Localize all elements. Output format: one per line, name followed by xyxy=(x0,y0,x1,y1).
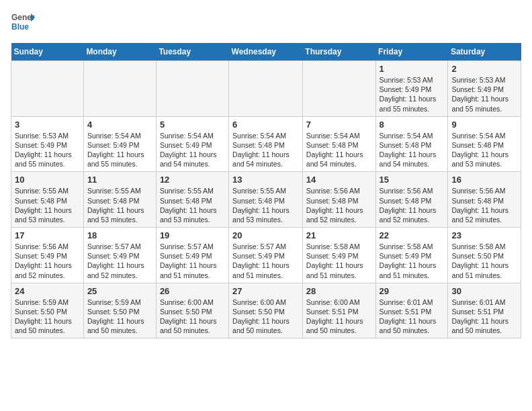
day-number: 22 xyxy=(380,230,445,240)
daylight-text: Daylight: 11 hours and 53 minutes. xyxy=(232,206,290,224)
daylight-text: Daylight: 11 hours and 50 minutes. xyxy=(160,317,217,334)
day-info: Sunrise: 5:59 AM Sunset: 5:50 PM Dayligh… xyxy=(87,298,152,336)
day-info: Sunrise: 5:54 AM Sunset: 5:48 PM Dayligh… xyxy=(451,131,517,169)
day-info: Sunrise: 5:57 AM Sunset: 5:49 PM Dayligh… xyxy=(87,242,152,280)
sunrise-text: Sunrise: 5:59 AM xyxy=(15,298,69,306)
calendar-cell: 16 Sunrise: 5:56 AM Sunset: 5:48 PM Dayl… xyxy=(448,172,521,228)
day-number: 30 xyxy=(451,286,517,296)
daylight-text: Daylight: 11 hours and 55 minutes. xyxy=(15,150,72,168)
daylight-text: Daylight: 11 hours and 54 minutes. xyxy=(232,150,290,168)
sunset-text: Sunset: 5:48 PM xyxy=(87,197,140,205)
sunrise-text: Sunrise: 5:55 AM xyxy=(87,187,141,195)
calendar-week-row: 1 Sunrise: 5:53 AM Sunset: 5:49 PM Dayli… xyxy=(11,61,521,117)
sunrise-text: Sunrise: 5:56 AM xyxy=(380,187,433,195)
daylight-text: Daylight: 11 hours and 51 minutes. xyxy=(306,261,363,279)
day-info: Sunrise: 5:58 AM Sunset: 5:50 PM Dayligh… xyxy=(451,242,517,280)
sunrise-text: Sunrise: 6:00 AM xyxy=(160,298,214,306)
sunset-text: Sunset: 5:48 PM xyxy=(380,141,432,149)
day-info: Sunrise: 6:01 AM Sunset: 5:51 PM Dayligh… xyxy=(451,298,517,336)
calendar-cell: 26 Sunrise: 6:00 AM Sunset: 5:50 PM Dayl… xyxy=(156,283,228,338)
calendar-cell: 3 Sunrise: 5:53 AM Sunset: 5:49 PM Dayli… xyxy=(11,116,84,172)
calendar-cell: 10 Sunrise: 5:55 AM Sunset: 5:48 PM Dayl… xyxy=(11,172,84,228)
sunrise-text: Sunrise: 5:53 AM xyxy=(380,76,433,84)
day-number: 27 xyxy=(232,286,299,296)
calendar-cell: 24 Sunrise: 5:59 AM Sunset: 5:50 PM Dayl… xyxy=(11,283,84,338)
daylight-text: Daylight: 11 hours and 51 minutes. xyxy=(160,261,217,279)
sunrise-text: Sunrise: 5:54 AM xyxy=(160,132,214,140)
calendar-cell: 19 Sunrise: 5:57 AM Sunset: 5:49 PM Dayl… xyxy=(156,228,228,283)
sunset-text: Sunset: 5:49 PM xyxy=(232,252,285,260)
day-number: 18 xyxy=(87,230,152,240)
daylight-text: Daylight: 11 hours and 53 minutes. xyxy=(451,150,508,168)
calendar-cell: 30 Sunrise: 6:01 AM Sunset: 5:51 PM Dayl… xyxy=(448,283,521,338)
day-number: 4 xyxy=(87,120,152,130)
sunrise-text: Sunrise: 5:56 AM xyxy=(15,242,69,250)
weekday-header-thursday: Thursday xyxy=(302,43,375,61)
day-number: 1 xyxy=(380,64,445,74)
calendar-cell: 28 Sunrise: 6:00 AM Sunset: 5:51 PM Dayl… xyxy=(302,283,375,338)
daylight-text: Daylight: 11 hours and 52 minutes. xyxy=(15,261,72,279)
day-info: Sunrise: 5:55 AM Sunset: 5:48 PM Dayligh… xyxy=(87,186,152,224)
sunrise-text: Sunrise: 5:54 AM xyxy=(451,132,505,140)
calendar-cell: 9 Sunrise: 5:54 AM Sunset: 5:48 PM Dayli… xyxy=(448,116,521,172)
weekday-header-friday: Friday xyxy=(375,43,448,61)
calendar-cell: 8 Sunrise: 5:54 AM Sunset: 5:48 PM Dayli… xyxy=(375,116,448,172)
calendar-cell: 14 Sunrise: 5:56 AM Sunset: 5:48 PM Dayl… xyxy=(302,172,375,228)
day-info: Sunrise: 5:58 AM Sunset: 5:49 PM Dayligh… xyxy=(380,242,445,280)
sunset-text: Sunset: 5:49 PM xyxy=(306,252,359,260)
weekday-header-row: SundayMondayTuesdayWednesdayThursdayFrid… xyxy=(11,43,521,61)
day-number: 19 xyxy=(160,230,225,240)
daylight-text: Daylight: 11 hours and 51 minutes. xyxy=(232,261,290,279)
weekday-header-tuesday: Tuesday xyxy=(156,43,228,61)
day-info: Sunrise: 6:00 AM Sunset: 5:50 PM Dayligh… xyxy=(232,298,299,336)
sunrise-text: Sunrise: 5:55 AM xyxy=(232,187,286,195)
sunset-text: Sunset: 5:49 PM xyxy=(87,141,140,149)
daylight-text: Daylight: 11 hours and 52 minutes. xyxy=(87,261,144,279)
calendar-table: SundayMondayTuesdayWednesdayThursdayFrid… xyxy=(11,43,521,338)
day-number: 9 xyxy=(451,120,517,130)
sunset-text: Sunset: 5:50 PM xyxy=(87,308,140,316)
sunset-text: Sunset: 5:50 PM xyxy=(451,252,504,260)
sunset-text: Sunset: 5:51 PM xyxy=(451,308,504,316)
day-number: 12 xyxy=(160,175,225,185)
calendar-cell: 20 Sunrise: 5:57 AM Sunset: 5:49 PM Dayl… xyxy=(229,228,303,283)
sunset-text: Sunset: 5:51 PM xyxy=(306,308,359,316)
calendar-cell: 11 Sunrise: 5:55 AM Sunset: 5:48 PM Dayl… xyxy=(83,172,156,228)
svg-text:Blue: Blue xyxy=(11,22,29,32)
calendar-cell: 29 Sunrise: 6:01 AM Sunset: 5:51 PM Dayl… xyxy=(375,283,448,338)
calendar-cell: 23 Sunrise: 5:58 AM Sunset: 5:50 PM Dayl… xyxy=(448,228,521,283)
sunset-text: Sunset: 5:49 PM xyxy=(160,252,212,260)
daylight-text: Daylight: 11 hours and 52 minutes. xyxy=(306,206,363,224)
day-number: 28 xyxy=(306,286,372,296)
sunrise-text: Sunrise: 5:58 AM xyxy=(451,242,505,250)
day-number: 11 xyxy=(87,175,152,185)
calendar-cell: 27 Sunrise: 6:00 AM Sunset: 5:50 PM Dayl… xyxy=(229,283,303,338)
sunrise-text: Sunrise: 5:55 AM xyxy=(160,187,214,195)
calendar-week-row: 24 Sunrise: 5:59 AM Sunset: 5:50 PM Dayl… xyxy=(11,283,521,338)
day-info: Sunrise: 5:54 AM Sunset: 5:49 PM Dayligh… xyxy=(160,131,225,169)
day-info: Sunrise: 5:54 AM Sunset: 5:49 PM Dayligh… xyxy=(87,131,152,169)
sunset-text: Sunset: 5:49 PM xyxy=(15,141,67,149)
calendar-cell: 1 Sunrise: 5:53 AM Sunset: 5:49 PM Dayli… xyxy=(375,61,448,117)
calendar-cell: 15 Sunrise: 5:56 AM Sunset: 5:48 PM Dayl… xyxy=(375,172,448,228)
day-number: 16 xyxy=(451,175,517,185)
day-number: 17 xyxy=(15,230,80,240)
sunset-text: Sunset: 5:50 PM xyxy=(160,308,212,316)
day-info: Sunrise: 6:01 AM Sunset: 5:51 PM Dayligh… xyxy=(380,298,445,336)
calendar-cell: 21 Sunrise: 5:58 AM Sunset: 5:49 PM Dayl… xyxy=(302,228,375,283)
sunset-text: Sunset: 5:49 PM xyxy=(15,252,67,260)
day-number: 20 xyxy=(232,230,299,240)
sunrise-text: Sunrise: 5:53 AM xyxy=(451,76,505,84)
calendar-cell: 7 Sunrise: 5:54 AM Sunset: 5:48 PM Dayli… xyxy=(302,116,375,172)
daylight-text: Daylight: 11 hours and 53 minutes. xyxy=(87,206,144,224)
sunrise-text: Sunrise: 5:58 AM xyxy=(306,242,360,250)
sunset-text: Sunset: 5:48 PM xyxy=(15,197,67,205)
day-number: 13 xyxy=(232,175,299,185)
sunrise-text: Sunrise: 5:56 AM xyxy=(451,187,505,195)
day-number: 26 xyxy=(160,286,225,296)
day-number: 24 xyxy=(15,286,80,296)
day-number: 14 xyxy=(306,175,372,185)
day-info: Sunrise: 5:56 AM Sunset: 5:48 PM Dayligh… xyxy=(451,186,517,224)
sunset-text: Sunset: 5:48 PM xyxy=(380,197,432,205)
day-info: Sunrise: 5:53 AM Sunset: 5:49 PM Dayligh… xyxy=(15,131,80,169)
